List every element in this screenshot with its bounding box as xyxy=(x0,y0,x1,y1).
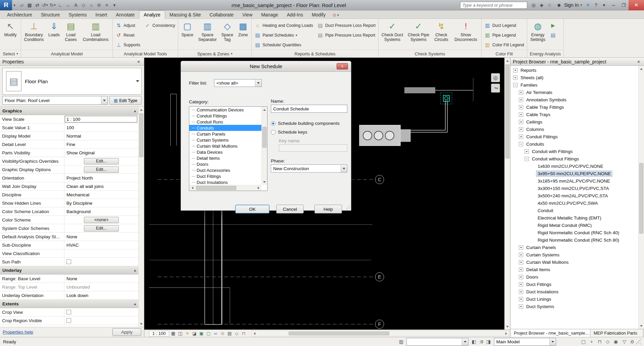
tree-item-conduit[interactable]: Conduit xyxy=(510,207,638,214)
property-value[interactable]: Show Original xyxy=(64,149,138,157)
tree-toggle-icon[interactable]: + xyxy=(513,76,517,80)
sign-in-dropdown-arrow-icon[interactable]: ▾ xyxy=(580,3,582,7)
show-crop-region-icon[interactable]: ▢ xyxy=(205,331,212,337)
tree-toggle-icon[interactable]: + xyxy=(519,90,523,95)
tree-item-doors[interactable]: +Doors xyxy=(510,273,638,281)
tree-item-duct-systems[interactable]: +Duct Systems xyxy=(510,303,638,310)
tree-item-ceilings[interactable]: +Ceilings xyxy=(510,118,638,126)
schedule-building-components-option[interactable]: Schedule building components xyxy=(271,121,340,126)
category-list-horizontal-scrollbar[interactable] xyxy=(189,185,261,191)
category-item-conduit-runs[interactable]: Conduit Runs xyxy=(189,119,261,125)
section-header-graphics[interactable]: Graphics▴ xyxy=(0,107,138,115)
design-options-icon[interactable]: ◨ xyxy=(485,338,492,345)
ribbon-button-load-combinations[interactable]: ▥LoadCombinations xyxy=(80,19,111,50)
panel-label-spaces-zones[interactable]: Spaces & Zones▾ xyxy=(178,50,251,57)
category-listbox[interactable]: Communication DevicesConduit FittingsCon… xyxy=(189,106,267,191)
redo-dropdown-arrow-icon[interactable]: ▾ xyxy=(54,3,56,7)
view-selector-arrow-icon[interactable] xyxy=(101,96,107,104)
tree-item-air-terminals[interactable]: +Air Terminals xyxy=(510,89,638,96)
tree-item-rigid-metal-conduit-rmc[interactable]: Rigid Metal Conduit (RMC) xyxy=(510,221,638,229)
scroll-up-icon[interactable] xyxy=(139,107,144,112)
tree-item-conduit-fittings[interactable]: +Conduit Fittings xyxy=(510,133,638,140)
tree-toggle-icon[interactable]: + xyxy=(519,267,523,272)
property-value[interactable]: Clean all wall joins xyxy=(64,182,138,190)
design-options-dropdown-arrow-icon[interactable] xyxy=(549,338,556,345)
ribbon-state-arrow-icon[interactable]: ▾ xyxy=(337,13,339,17)
tree-item-duct-linings[interactable]: +Duct Linings xyxy=(510,295,638,303)
ribbon-button-space[interactable]: ▢Space xyxy=(179,19,195,50)
category-item-duct-fittings[interactable]: Duct Fittings xyxy=(189,173,261,179)
ribbon-button-adjust[interactable]: ⇅Adjust xyxy=(114,20,142,30)
ribbon-tab-view[interactable]: View xyxy=(238,11,257,18)
category-item-duct-accessories[interactable]: Duct Accessories xyxy=(189,167,261,173)
crop-view-checkbox[interactable] xyxy=(66,310,71,314)
panel-label-select[interactable]: Select▾ xyxy=(0,50,21,57)
ribbon-tab-manage[interactable]: Manage xyxy=(257,11,283,18)
detail-level-icon[interactable]: ▦ xyxy=(170,331,177,337)
ribbon-button-heating-and-cooling-loads[interactable]: ⌂Heating and Cooling Loads xyxy=(253,20,315,30)
tree-toggle-icon[interactable]: + xyxy=(519,135,523,139)
category-item-curtain-panels[interactable]: Curtain Panels xyxy=(189,131,261,137)
reveal-constraints-icon[interactable]: ⊓ xyxy=(241,331,247,337)
apply-button[interactable]: Apply xyxy=(112,328,141,336)
property-value[interactable]: None xyxy=(64,233,138,241)
tree-item-annotation-symbols[interactable]: +Annotation Symbols xyxy=(510,96,638,103)
category-item-communication-devices[interactable]: Communication Devices xyxy=(189,107,261,113)
text-icon[interactable]: A xyxy=(72,1,80,9)
type-selector-dropdown-arrow[interactable] xyxy=(134,68,141,94)
scrollbar-thumb[interactable] xyxy=(262,127,266,148)
visibility-graphics-overrides-button[interactable]: Edit... xyxy=(84,158,119,164)
section-collapse-icon[interactable]: ▴ xyxy=(134,109,136,113)
panel-label-analytical-model-tools[interactable]: Analytical Model Tools xyxy=(113,50,178,57)
ribbon-tab-analyze[interactable]: Analyze xyxy=(139,10,165,19)
modify-button[interactable]: ↖Modify xyxy=(1,19,20,50)
tree-toggle-icon[interactable]: − xyxy=(513,83,517,87)
search-input[interactable] xyxy=(460,2,527,9)
ribbon-tab-massing-site[interactable]: Massing & Site xyxy=(165,11,205,18)
results-and-compare[interactable]: ▤ xyxy=(548,30,558,40)
radio-selected-icon[interactable] xyxy=(271,121,276,126)
properties-scrollbar[interactable] xyxy=(138,107,144,327)
properties-help-link[interactable]: Properties help xyxy=(3,330,33,335)
select-underlay-elements-icon[interactable]: ◇ xyxy=(604,338,611,345)
ribbon-tab-structure[interactable]: Structure xyxy=(37,11,64,18)
dialog-resize-grip[interactable] xyxy=(345,205,350,210)
ok-button[interactable]: OK xyxy=(235,205,269,213)
tree-item-4x50-mm2cu-pvc-pvc-swa[interactable]: 4x50 mm2CU,PVC/PVC,SWA xyxy=(510,199,638,207)
exchange-apps-icon[interactable]: ✕ xyxy=(585,1,591,9)
property-value[interactable]: Edit... xyxy=(64,157,138,165)
zoom-icon[interactable]: ◔▾ xyxy=(491,84,500,93)
ribbon-tab-insert[interactable]: Insert xyxy=(91,11,111,18)
view-scale-button[interactable]: 1 : 100 xyxy=(149,331,169,337)
shadows-icon[interactable]: ◪ xyxy=(191,331,198,337)
property-value[interactable]: Background xyxy=(64,207,138,215)
panel-label-energy-analysis[interactable]: Energy Analysis xyxy=(527,50,564,57)
synchronize-icon[interactable]: ⇄ xyxy=(34,1,41,9)
tree-toggle-icon[interactable]: + xyxy=(519,127,523,132)
scrollbar-thumb[interactable] xyxy=(139,113,143,157)
editable-only-icon[interactable]: ◧ xyxy=(470,338,477,345)
ribbon-button-space-separator[interactable]: ▥SpaceSeparator xyxy=(196,19,219,50)
property-value[interactable]: 100 xyxy=(64,123,138,132)
temporary-view-properties-icon[interactable]: ▤ xyxy=(227,331,233,337)
graphic-display-options-button[interactable]: Edit... xyxy=(84,166,119,173)
favorites-icon[interactable]: ☆ xyxy=(546,1,553,9)
exclude-options-icon[interactable]: ▢ xyxy=(580,338,587,345)
tree-item-conduit-with-fittings[interactable]: +Conduit with Fittings xyxy=(510,148,638,155)
scroll-down-icon[interactable] xyxy=(505,324,510,330)
phase-arrow-icon[interactable] xyxy=(341,165,347,172)
ribbon-button-check-pipe-systems[interactable]: ✓Check PipeSystems xyxy=(406,19,431,50)
panel-label-reports-schedules[interactable]: Reports & Schedules xyxy=(252,50,378,57)
crop-view-icon[interactable]: ▣ xyxy=(198,331,205,337)
undo-icon[interactable]: ↺▾ xyxy=(41,1,49,9)
browser-scrollbar[interactable] xyxy=(638,66,644,329)
tree-item-curtain-wall-mullions[interactable]: +Curtain Wall Mullions xyxy=(510,258,638,266)
category-item-data-devices[interactable]: Data Devices xyxy=(189,149,261,155)
ribbon-button-panel-schedules[interactable]: ▤Panel Schedules▾ xyxy=(253,30,315,40)
temporary-hide-isolate-icon[interactable]: ∞ xyxy=(212,331,219,337)
type-selector[interactable]: ▤ Floor Plan xyxy=(2,68,142,95)
visual-style-icon[interactable]: ◫ xyxy=(177,331,184,337)
ribbon-button-reset[interactable]: ↺Reset xyxy=(114,30,142,40)
measure-icon[interactable]: ∟ xyxy=(57,1,64,9)
ribbon-tab-architecture[interactable]: Architecture xyxy=(3,11,37,18)
